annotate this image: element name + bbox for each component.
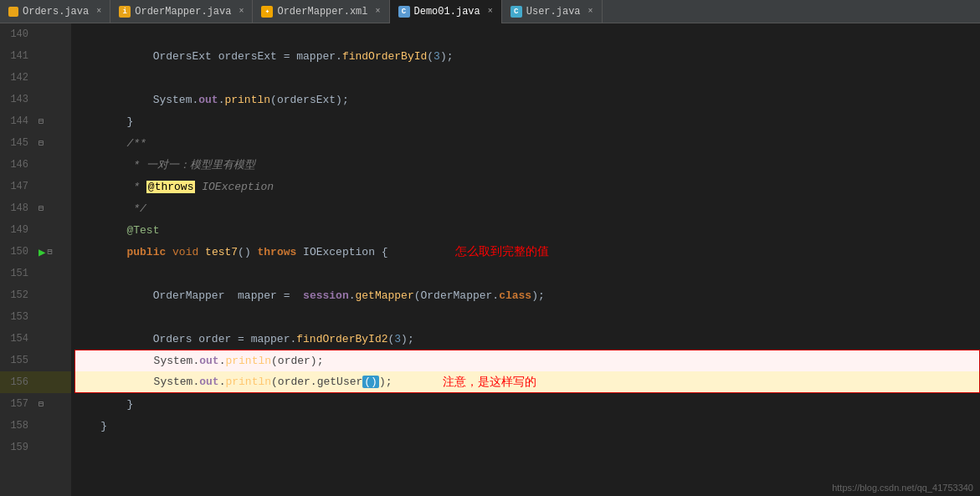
code-text-154a	[74, 333, 153, 345]
code-method-150: test7	[205, 246, 238, 258]
code-line-147: * @throws IOException	[74, 176, 980, 197]
line-num-142: 142	[0, 72, 35, 84]
code-method-143: println	[224, 94, 270, 106]
gutter-row-149: 149	[0, 219, 71, 241]
tab-ordermapper-label: OrderMapper.java	[135, 6, 231, 18]
code-num-154: 3	[394, 333, 401, 345]
line-num-155: 155	[0, 355, 35, 366]
code-comment-147b	[195, 181, 202, 193]
code-method-141: findOrderById	[342, 50, 427, 63]
tab-user-close[interactable]: ×	[588, 7, 593, 16]
code-dot-143a: .	[192, 94, 198, 106]
note-complete-value: 怎么取到完整的值	[455, 244, 549, 258]
code-text-156b: (order.getUser	[271, 376, 362, 388]
line-num-158: 158	[0, 420, 35, 432]
code-comment-147a: *	[74, 181, 146, 193]
fold-icon-157[interactable]: ⊟	[38, 399, 44, 409]
gutter-row-147: 147	[0, 176, 71, 197]
tab-ordermapperxml[interactable]: ✦ OrderMapper.xml ×	[253, 0, 389, 23]
code-comment-147c: IOException	[202, 181, 274, 193]
tab-demo01[interactable]: C Demo01.java ×	[390, 0, 502, 23]
line-num-150: 150	[0, 246, 35, 258]
code-text-143a	[74, 94, 153, 106]
code-text-152c: (OrderMapper.	[414, 289, 499, 302]
code-line-151	[74, 263, 980, 284]
tab-user-label: User.java	[526, 6, 581, 18]
line-icons-144: ⊟	[35, 116, 71, 126]
code-line-156: System.out.println(order.getUser());注意，是…	[74, 371, 980, 393]
code-text-150c	[198, 246, 205, 258]
tab-orders[interactable]: Orders.java ×	[0, 0, 110, 23]
tab-ordermapper-close[interactable]: ×	[239, 7, 244, 16]
line-num-154: 154	[0, 333, 35, 345]
watermark: https://blog.csdn.net/qq_41753340	[832, 483, 973, 493]
code-method-154: findOrderById2	[296, 333, 387, 345]
code-dot-156: .	[219, 376, 226, 388]
gutter-row-153: 153	[0, 306, 71, 328]
code-comment-146a: *	[74, 159, 146, 171]
code-text-144: }	[74, 115, 133, 128]
code-dot-155: .	[219, 355, 226, 367]
line-num-148: 148	[0, 202, 35, 214]
line-num-149: 149	[0, 224, 35, 236]
code-text-151	[74, 268, 100, 280]
code-dot-152: .	[349, 289, 356, 302]
code-num-141: 3	[434, 50, 440, 63]
code-line-150: public void test7() throws IOException {…	[74, 241, 980, 263]
line-icons-145: ⊟	[35, 138, 71, 148]
code-line-143: System.out.println(ordersExt);	[74, 89, 980, 110]
line-num-146: 146	[0, 159, 35, 171]
tab-ordermapperxml-label: OrderMapper.xml	[277, 6, 367, 18]
code-text-150d: ()	[238, 246, 257, 258]
line-num-152: 152	[0, 289, 35, 301]
gutter-row-157: 157 ⊟	[0, 393, 71, 415]
code-text-156c: );	[379, 376, 393, 388]
code-method-155: println	[225, 355, 271, 367]
fold-icon-150[interactable]: ⊟	[47, 247, 52, 257]
line-icons-148: ⊟	[35, 203, 71, 213]
code-out-156: out	[199, 376, 218, 388]
code-comment-145: /**	[74, 137, 146, 150]
tab-user[interactable]: C User.java ×	[502, 0, 603, 23]
code-kw-public-150: public	[126, 246, 166, 258]
code-line-148: */	[74, 197, 980, 219]
note-write-style: 注意，是这样写的	[443, 375, 536, 388]
tab-orders-close[interactable]: ×	[96, 7, 101, 16]
code-text-149a	[74, 224, 126, 237]
code-text-153	[74, 311, 100, 324]
gutter-row-159: 159	[0, 437, 71, 458]
code-type-154: Orders	[153, 333, 192, 345]
tab-orders-label: Orders.java	[23, 6, 89, 18]
tab-ordermapper[interactable]: i OrderMapper.java ×	[110, 0, 253, 23]
fold-icon-145[interactable]: ⊟	[38, 138, 44, 148]
gutter-row-142: 142	[0, 67, 71, 89]
code-text-152b: mapper =	[224, 289, 303, 302]
code-text-159	[74, 442, 100, 454]
code-text-154c: (	[387, 333, 394, 345]
code-line-146: * 一对一：模型里有模型	[74, 154, 980, 176]
line-num-153: 153	[0, 311, 35, 323]
line-num-145: 145	[0, 137, 35, 149]
ordermapper-icon: i	[119, 6, 131, 18]
code-text-143b: (ordersExt);	[270, 94, 349, 106]
orders-icon	[8, 7, 18, 17]
tab-ordermapperxml-close[interactable]: ×	[376, 7, 381, 16]
gutter-row-150: 150 ▶ ⊟	[0, 241, 71, 263]
code-line-140	[74, 23, 980, 45]
fold-icon-144[interactable]: ⊟	[38, 116, 44, 126]
tab-demo01-close[interactable]: ×	[488, 7, 493, 16]
code-line-149: @Test	[74, 219, 980, 241]
code-text-150e: IOException {	[296, 246, 387, 258]
fold-icon-148[interactable]: ⊟	[38, 203, 44, 213]
line-num-141: 141	[0, 50, 35, 62]
run-icon-150[interactable]: ▶	[38, 245, 45, 259]
code-annotation-149: @Test	[126, 224, 159, 237]
line-icons-157: ⊟	[35, 399, 71, 409]
code-method-152: getMapper	[356, 289, 414, 302]
tab-bar: Orders.java × i OrderMapper.java × ✦ Ord…	[0, 0, 980, 23]
gutter-row-156: 156	[0, 371, 71, 393]
demo01-icon: C	[398, 6, 410, 18]
gutter-row-148: 148 ⊟	[0, 197, 71, 219]
code-dot-143b: .	[218, 94, 225, 106]
code-text-154d: );	[401, 333, 414, 345]
